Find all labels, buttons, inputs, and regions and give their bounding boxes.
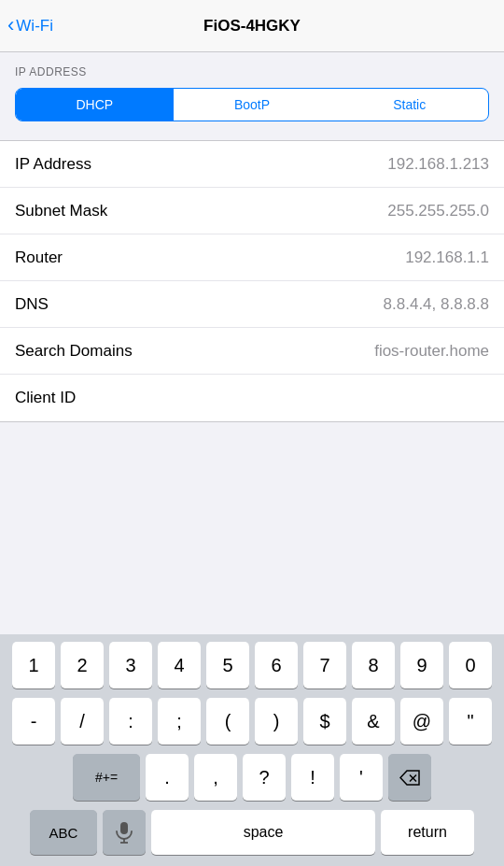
tab-bootp[interactable]: BootP	[174, 89, 331, 121]
router-value: 192.168.1.1	[405, 248, 489, 267]
key-period[interactable]: .	[146, 754, 189, 801]
key-exclamation[interactable]: !	[291, 754, 334, 801]
key-dash[interactable]: -	[12, 698, 55, 745]
table-row: IP Address 192.168.1.213	[0, 141, 504, 188]
key-close-paren[interactable]: )	[255, 698, 298, 745]
keyboard: 1 2 3 4 5 6 7 8 9 0 - / : ; ( ) $ & @ " …	[0, 634, 504, 866]
table-row: DNS 8.8.4.4, 8.8.8.8	[0, 281, 504, 328]
subnet-mask-label: Subnet Mask	[15, 202, 107, 220]
key-5[interactable]: 5	[206, 642, 249, 689]
keyboard-row-bottom: ABC space return	[0, 810, 504, 855]
key-dollar[interactable]: $	[303, 698, 346, 745]
microphone-icon	[116, 821, 133, 844]
search-domains-value: fios-router.home	[374, 342, 489, 361]
key-microphone[interactable]	[103, 810, 146, 855]
key-abc[interactable]: ABC	[30, 810, 97, 855]
keyboard-row-special: #+= . , ? ! '	[0, 754, 504, 801]
key-comma[interactable]: ,	[194, 754, 237, 801]
keyboard-row-symbols: - / : ; ( ) $ & @ "	[0, 698, 504, 745]
key-question[interactable]: ?	[243, 754, 286, 801]
keyboard-row-numbers: 1 2 3 4 5 6 7 8 9 0	[0, 642, 504, 689]
ip-address-label: IP Address	[15, 155, 91, 174]
page-title: FiOS-4HGKY	[203, 17, 301, 35]
back-button[interactable]: ‹ Wi-Fi	[7, 16, 53, 35]
ip-section-header: IP ADDRESS	[0, 52, 504, 84]
key-9[interactable]: 9	[400, 642, 443, 689]
svg-rect-2	[120, 822, 128, 834]
key-3[interactable]: 3	[109, 642, 152, 689]
client-id-label: Client ID	[15, 389, 76, 407]
dns-label: DNS	[15, 295, 49, 314]
ip-address-value: 192.168.1.213	[387, 155, 489, 174]
key-6[interactable]: 6	[255, 642, 298, 689]
key-quote[interactable]: "	[449, 698, 492, 745]
table-row[interactable]: Client ID	[0, 375, 504, 421]
key-open-paren[interactable]: (	[206, 698, 249, 745]
navigation-bar: ‹ Wi-Fi FiOS-4HGKY	[0, 0, 504, 52]
back-label: Wi-Fi	[16, 17, 53, 35]
key-0[interactable]: 0	[449, 642, 492, 689]
key-hash-equals[interactable]: #+=	[73, 754, 140, 801]
return-key[interactable]: return	[381, 810, 474, 855]
key-semicolon[interactable]: ;	[158, 698, 201, 745]
key-at[interactable]: @	[400, 698, 443, 745]
key-slash[interactable]: /	[61, 698, 104, 745]
table-row: Router 192.168.1.1	[0, 234, 504, 281]
key-8[interactable]: 8	[352, 642, 395, 689]
key-colon[interactable]: :	[109, 698, 152, 745]
delete-key[interactable]	[388, 754, 431, 801]
network-info-table: IP Address 192.168.1.213 Subnet Mask 255…	[0, 140, 504, 422]
ip-mode-segmented-control[interactable]: DHCP BootP Static	[15, 88, 489, 121]
table-row: Search Domains fios-router.home	[0, 328, 504, 375]
delete-icon	[399, 770, 420, 786]
search-domains-label: Search Domains	[15, 342, 133, 361]
space-key[interactable]: space	[151, 810, 375, 855]
table-row: Subnet Mask 255.255.255.0	[0, 188, 504, 234]
subnet-mask-value: 255.255.255.0	[387, 202, 489, 220]
key-apostrophe[interactable]: '	[340, 754, 383, 801]
router-label: Router	[15, 248, 63, 267]
key-1[interactable]: 1	[12, 642, 55, 689]
key-2[interactable]: 2	[61, 642, 104, 689]
chevron-left-icon: ‹	[7, 15, 14, 35]
tab-dhcp[interactable]: DHCP	[16, 89, 174, 121]
key-ampersand[interactable]: &	[352, 698, 395, 745]
key-4[interactable]: 4	[158, 642, 201, 689]
key-7[interactable]: 7	[303, 642, 346, 689]
tab-static[interactable]: Static	[330, 89, 488, 121]
dns-value: 8.8.4.4, 8.8.8.8	[384, 295, 489, 314]
